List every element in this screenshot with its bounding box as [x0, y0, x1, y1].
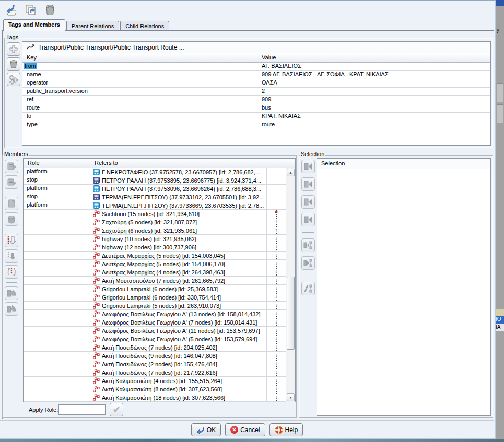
scrollbar-thumb[interactable]: [287, 277, 295, 350]
apply-role-input[interactable]: [58, 404, 106, 415]
filter-selection-icon[interactable]: [301, 282, 315, 295]
refers-to-column-header[interactable]: Refers to: [90, 159, 118, 168]
paste-tags-icon[interactable]: [7, 73, 20, 86]
selection-group-label: Selection: [300, 151, 325, 157]
member-refers-to: ΤΕΡΜΑ(ΕΝ.ΕΡΓ.ΠΙΤΣΟΥ) (37.9733669, 23.670…: [90, 201, 267, 209]
member-row[interactable]: Δευτέρας Μεραρχίας (4 nodes) [id: 264,39…: [24, 268, 286, 277]
preset-banner[interactable]: Transport/Public Transport/Public Transp…: [22, 42, 490, 53]
add-selected-at-end-icon[interactable]: [301, 213, 315, 226]
tag-row[interactable]: public_transport:version 2: [22, 88, 490, 96]
member-refers-to: Ακτή Ποσειδώνος (2 nodes) [id: 155,476,4…: [90, 360, 267, 368]
tab-tags-and-members[interactable]: Tags and Members: [3, 19, 65, 31]
background-titlebar: [496, 0, 504, 6]
way-icon: [93, 369, 100, 376]
member-row[interactable]: Ακτή Μουτσοπούλου (7 nodes) [id: 261,665…: [24, 277, 286, 285]
add-selected-after-icon[interactable]: [301, 195, 315, 209]
apply-role-check-icon[interactable]: ✔: [110, 403, 123, 416]
member-role: [24, 252, 90, 259]
reverse-order-icon[interactable]: [5, 265, 18, 279]
member-row[interactable]: stop ΠΕΤΡΟΥ ΡΑΛΛΗ (37.9753895, 23.669677…: [24, 176, 286, 185]
help-button[interactable]: Help: [269, 423, 303, 436]
tag-row[interactable]: to ΚΡΑΤ. ΝΙΚΑΙΑΣ: [22, 113, 490, 121]
member-direction: [267, 252, 286, 259]
member-refers-to: Ακτή Ποσειδώνος (7 nodes) [id: 204,025,4…: [90, 343, 267, 351]
member-role: stop: [24, 193, 90, 201]
tag-value: 909 ΑΓ. ΒΑΣΙΛΕΙΟΣ - ΑΓ. ΣΟΦΙΑ - ΚΡΑΤ. ΝΙ…: [257, 71, 490, 79]
tab-parent-relations[interactable]: Parent Relations: [66, 21, 119, 31]
member-row[interactable]: Σαχτούρη (6 nodes) [id: 321,935,061]: [24, 226, 286, 235]
select-members-icon[interactable]: [5, 302, 18, 316]
select-members-icon[interactable]: [301, 238, 315, 252]
add-selected-before-icon[interactable]: [301, 177, 315, 191]
member-direction: [267, 360, 286, 368]
member-row[interactable]: Ακτή Καλιμασσιώτη (18 nodes) [id: 307,62…: [24, 393, 286, 402]
apply-changes-icon[interactable]: [4, 3, 19, 17]
member-row[interactable]: Λεωφόρος Βασιλέως Γεωργίου Α' (11 nodes)…: [24, 327, 286, 335]
member-row[interactable]: Λεωφόρος Βασιλέως Γεωργίου Α' (13 nodes)…: [24, 310, 286, 318]
member-row[interactable]: Ακτή Καλιμασσιώτη (4 nodes) [id: 155,515…: [24, 377, 286, 385]
ok-button[interactable]: OK: [191, 423, 221, 436]
tag-row[interactable]: operator ΟΑΣΑ: [22, 79, 490, 88]
value-column-header[interactable]: Value: [257, 53, 276, 62]
add-selected-at-start-icon[interactable]: [301, 160, 315, 173]
member-row[interactable]: Λεωφόρος Βασιλέως Γεωργίου Α' (7 nodes) …: [24, 318, 286, 327]
member-row[interactable]: platform ΤΕΡΜΑ(ΕΝ.ΕΡΓ.ΠΙΤΣΟΥ) (37.973366…: [24, 201, 286, 210]
move-down-icon[interactable]: [5, 249, 18, 263]
member-row[interactable]: platform ΠΕΤΡΟΥ ΡΑΛΛΗ (37.9753096, 23.66…: [24, 185, 286, 193]
download-members-icon[interactable]: [5, 286, 18, 300]
tag-row[interactable]: type route: [22, 121, 490, 129]
add-selected-before-icon[interactable]: [5, 175, 18, 189]
member-row[interactable]: Ακτή Ποσειδώνος (9 nodes) [id: 146,047,8…: [24, 352, 286, 360]
add-selected-after-icon[interactable]: [5, 197, 18, 210]
member-direction: [267, 201, 286, 209]
member-row[interactable]: Σαχτούρη (5 nodes) [id: 321,887,072]: [24, 218, 286, 226]
member-row[interactable]: Δευτέρας Μεραρχίας (5 nodes) [id: 154,00…: [24, 260, 286, 268]
scroll-up-icon[interactable]: ▲: [287, 169, 295, 176]
tab-child-relations[interactable]: Child Relations: [120, 21, 169, 31]
delete-relation-icon[interactable]: [43, 3, 57, 17]
bus-platform-icon: [93, 169, 100, 175]
tag-row[interactable]: route bus: [22, 104, 490, 113]
member-refers-to: Σαχτούρη (6 nodes) [id: 321,935,061]: [90, 226, 267, 234]
way-icon: [93, 361, 100, 367]
ok-label: OK: [207, 426, 216, 434]
member-row[interactable]: Ακτή Ποσειδώνος (2 nodes) [id: 155,476,4…: [24, 360, 286, 368]
member-refers-to: Σαχτούρη (5 nodes) [id: 321,887,072]: [90, 218, 267, 226]
member-row[interactable]: Grigoriou Lampraki (6 nodes) [id: 25,369…: [24, 285, 286, 293]
selection-list[interactable]: Selection: [317, 158, 491, 416]
member-row[interactable]: Ακτή Καλιμασσιώτη (8 nodes) [id: 307,623…: [24, 385, 286, 393]
delete-tag-icon[interactable]: [7, 57, 20, 71]
refresh-relation-icon[interactable]: [24, 3, 38, 17]
cancel-button[interactable]: ✕ Cancel: [225, 423, 265, 436]
member-row[interactable]: Ακτή Ποσειδώνος (7 nodes) [id: 217,922,6…: [24, 368, 286, 377]
member-row[interactable]: Δευτέρας Μεραρχίας (5 nodes) [id: 154,00…: [24, 252, 286, 260]
member-row[interactable]: stop ΤΕΡΜΑ(ΕΝ.ΕΡΓ.ΠΙΤΣΟΥ) (37.9733102, 2…: [24, 193, 286, 201]
add-tag-icon[interactable]: [7, 42, 20, 56]
tag-row[interactable]: from ΑΓ. ΒΑΣΙΛΕΙΟΣ: [22, 63, 490, 71]
way-icon: [93, 352, 100, 359]
members-toolbar: [5, 160, 18, 316]
member-row[interactable]: Ακτή Ποσειδώνος (7 nodes) [id: 204,025,4…: [24, 343, 286, 352]
role-column-header[interactable]: Role: [24, 159, 90, 168]
remove-member-icon[interactable]: [5, 212, 18, 226]
member-row[interactable]: highway (12 nodes) [id: 300,737,906]: [24, 243, 286, 252]
member-row[interactable]: highway (10 nodes) [id: 321,935,062]: [24, 235, 286, 243]
move-down-outline-icon[interactable]: [5, 234, 18, 247]
member-refers-to: ΤΕΡΜΑ(ΕΝ.ΕΡΓ.ΠΙΤΣΟΥ) (37.9733102, 23.670…: [90, 193, 267, 201]
tag-row[interactable]: name 909 ΑΓ. ΒΑΣΙΛΕΙΟΣ - ΑΓ. ΣΟΦΙΑ - ΚΡΑ…: [22, 71, 490, 79]
tag-row[interactable]: ref 909: [22, 96, 490, 104]
member-row[interactable]: platform Γ ΝΕΚΡΟΤΑΦΕΙΟ (37.9752578, 23.6…: [24, 168, 286, 176]
selection-list-header[interactable]: Selection: [317, 159, 490, 169]
member-direction: [267, 385, 286, 393]
key-column-header[interactable]: Key: [22, 53, 257, 62]
deselect-members-icon[interactable]: [301, 256, 315, 270]
members-scrollbar[interactable]: ▲ ▼: [286, 168, 295, 402]
tags-group-label: Tags: [5, 34, 19, 40]
add-selected-at-start-icon[interactable]: [5, 160, 18, 173]
scroll-down-icon[interactable]: ▼: [287, 393, 295, 401]
member-row[interactable]: Λεωφόρος Βασιλέως Γεωργίου Α' (5 nodes) …: [24, 335, 286, 343]
member-row[interactable]: Sachtouri (15 nodes) [id: 321,934,610]: [24, 210, 286, 218]
member-row[interactable]: Grigoriou Lampraki (6 nodes) [id: 330,75…: [24, 293, 286, 302]
member-row[interactable]: Grigoriou Lampraki (5 nodes) [id: 263,91…: [24, 302, 286, 310]
tags-rows: from ΑΓ. ΒΑΣΙΛΕΙΟΣ name 909 ΑΓ. ΒΑΣΙΛΕΙΟ…: [22, 63, 490, 129]
